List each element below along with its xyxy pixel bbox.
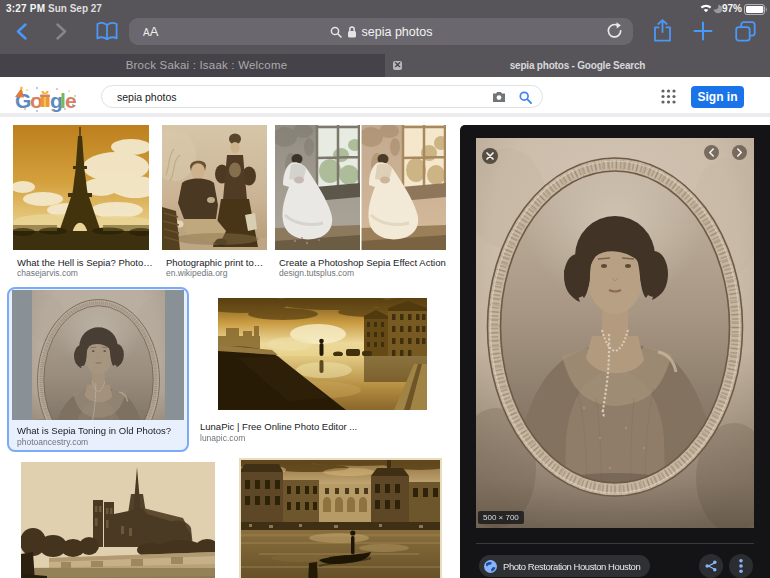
svg-text:e: e xyxy=(65,89,77,112)
